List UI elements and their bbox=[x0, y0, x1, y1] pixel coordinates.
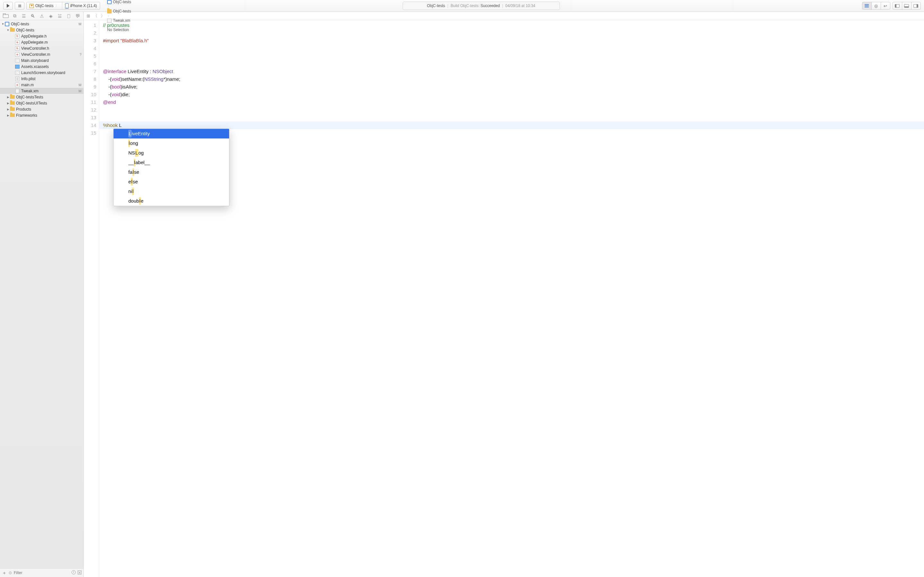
autocomplete-item[interactable]: else bbox=[113, 177, 229, 187]
back-button[interactable]: 〈 bbox=[92, 13, 99, 19]
autocomplete-item[interactable]: __label__ bbox=[113, 158, 229, 167]
report-navigator-tab[interactable]: 💬︎ bbox=[75, 13, 81, 19]
code-line[interactable]: -(bool)isAlive; bbox=[103, 83, 924, 91]
source-control-navigator-tab[interactable]: ⧉ bbox=[12, 13, 18, 19]
standard-editor-button[interactable] bbox=[862, 2, 872, 10]
tree-row[interactable]: ▶ObjC-testsTests bbox=[0, 94, 83, 100]
device-icon bbox=[65, 3, 69, 9]
navigator-filter-bar: ＋ ⊙ bbox=[0, 568, 83, 577]
code-line[interactable] bbox=[103, 29, 924, 37]
toggle-navigator-button[interactable] bbox=[893, 2, 902, 10]
tree-row-label: Info.plist bbox=[21, 77, 81, 81]
jump-bar-label: ObjC-tests bbox=[113, 0, 131, 4]
scm-filter-icon[interactable] bbox=[78, 571, 81, 575]
tree-row-label: ViewController.h bbox=[21, 46, 81, 51]
jump-bar-segment[interactable]: ObjC-tests bbox=[107, 9, 131, 13]
debug-navigator-tab[interactable]: ☱ bbox=[57, 13, 63, 19]
breakpoint-navigator-tab[interactable]: ⎕ bbox=[66, 13, 71, 19]
jump-bar-label: ObjC-tests bbox=[113, 9, 131, 13]
code-line[interactable]: #import "BlaBlaBla.h" bbox=[103, 37, 924, 45]
gutter: 123456789101112131415 bbox=[84, 20, 99, 577]
line-number: 7 bbox=[84, 68, 96, 75]
scheme-selector[interactable]: ObjC-tests 〉 iPhone X (11.4) bbox=[26, 2, 100, 10]
jump-bar-segment[interactable]: ObjC-tests bbox=[107, 0, 131, 4]
code-line[interactable] bbox=[103, 114, 924, 121]
tree-row-label: AppDelegate.h bbox=[21, 34, 81, 39]
project-navigator-tab[interactable] bbox=[3, 13, 9, 19]
tree-row[interactable]: ▶hAppDelegate.h bbox=[0, 33, 83, 39]
disclosure-icon[interactable]: ▶ bbox=[6, 114, 10, 117]
play-icon bbox=[7, 4, 10, 8]
forward-button[interactable]: 〉 bbox=[100, 13, 106, 19]
code-line[interactable]: // pr0crustes bbox=[103, 21, 924, 29]
m-file-icon: m bbox=[15, 40, 19, 45]
assistant-editor-button[interactable]: ◎ bbox=[871, 2, 881, 10]
tree-row[interactable]: ▶Main.storyboard bbox=[0, 57, 83, 63]
disclosure-icon[interactable]: ▶ bbox=[6, 108, 10, 111]
tree-row[interactable]: ▶hViewController.h bbox=[0, 45, 83, 51]
code-line[interactable]: %hook L bbox=[99, 121, 924, 129]
toggle-utilities-button[interactable] bbox=[911, 2, 921, 10]
tree-row[interactable]: ▼ObjC-tests bbox=[0, 27, 83, 33]
tree-row[interactable]: ▶Frameworks bbox=[0, 112, 83, 118]
filter-scope-icon[interactable]: ⊙ bbox=[9, 571, 12, 575]
find-navigator-tab[interactable]: 🔍︎ bbox=[30, 13, 36, 19]
line-number: 2 bbox=[84, 29, 96, 37]
status-time: 04/09/18 at 10:34 bbox=[505, 3, 535, 8]
code-line[interactable]: @end bbox=[103, 98, 924, 106]
run-button[interactable] bbox=[3, 2, 13, 10]
editor: ⊞ 〈 〉 ObjC-tests〉ObjC-tests〉Tweak.xm〉No … bbox=[84, 12, 924, 577]
autocomplete-item[interactable]: LiveEntity bbox=[113, 129, 229, 139]
tree-row[interactable]: ▶mViewController.m? bbox=[0, 51, 83, 57]
symbol-navigator-tab[interactable]: ☰ bbox=[21, 13, 27, 19]
scm-badge: M bbox=[78, 89, 81, 93]
sb-file-icon bbox=[15, 59, 19, 63]
code-line[interactable] bbox=[103, 60, 924, 68]
autocomplete-item[interactable]: double bbox=[113, 196, 229, 206]
tree-row[interactable]: ▶Tweak.xmM bbox=[0, 88, 83, 94]
panel-bottom-icon bbox=[904, 4, 909, 8]
tree-row[interactable]: ▶Products bbox=[0, 106, 83, 112]
filter-input[interactable] bbox=[14, 571, 69, 575]
sb-file-icon bbox=[15, 71, 19, 75]
tree-row[interactable]: ▶LaunchScreen.storyboard bbox=[0, 69, 83, 76]
code-text[interactable]: // pr0crustes #import "BlaBlaBla.h" @int… bbox=[99, 20, 924, 577]
tree-row[interactable]: ▶mmain.mM bbox=[0, 82, 83, 88]
tree-row[interactable]: ▼ObjC-testsM bbox=[0, 21, 83, 27]
code-area[interactable]: 123456789101112131415 // pr0crustes #imp… bbox=[84, 20, 924, 577]
version-editor-button[interactable]: ↩︎ bbox=[881, 2, 890, 10]
fold-file-icon bbox=[10, 28, 15, 32]
disclosure-icon[interactable]: ▼ bbox=[1, 23, 5, 26]
code-line[interactable]: -(void)setName:(NSString*)name; bbox=[103, 75, 924, 83]
autocomplete-item[interactable]: nil bbox=[113, 187, 229, 196]
recent-filter-icon[interactable] bbox=[71, 570, 76, 575]
tree-row[interactable]: ▶Info.plist bbox=[0, 76, 83, 82]
code-line[interactable]: @interface LiveEntity : NSObject bbox=[103, 68, 924, 75]
autocomplete-item[interactable]: NSLog bbox=[113, 148, 229, 158]
related-items-button[interactable]: ⊞ bbox=[86, 13, 91, 18]
scm-badge: M bbox=[78, 83, 81, 87]
tree-row-label: Products bbox=[16, 107, 81, 111]
code-line[interactable] bbox=[103, 52, 924, 60]
issue-navigator-tab[interactable]: ⚠︎ bbox=[39, 13, 45, 19]
disclosure-icon[interactable]: ▶ bbox=[6, 95, 10, 99]
test-navigator-tab[interactable]: ◈ bbox=[48, 13, 53, 19]
disclosure-icon[interactable]: ▼ bbox=[6, 29, 10, 32]
autocomplete-item[interactable]: false bbox=[113, 167, 229, 177]
autocomplete-item[interactable]: long bbox=[113, 139, 229, 148]
tree-row[interactable]: ▶Assets.xcassets bbox=[0, 63, 83, 69]
code-line[interactable]: -(void)die; bbox=[103, 91, 924, 98]
stop-icon bbox=[18, 5, 21, 7]
tree-row[interactable]: ▶mAppDelegate.m bbox=[0, 39, 83, 45]
toggle-debug-button[interactable] bbox=[902, 2, 911, 10]
code-line[interactable] bbox=[103, 106, 924, 114]
code-line[interactable] bbox=[103, 45, 924, 52]
stop-button[interactable] bbox=[15, 2, 24, 10]
disclosure-icon[interactable]: ▶ bbox=[6, 102, 10, 105]
h-file-icon: h bbox=[15, 46, 19, 51]
add-button[interactable]: ＋ bbox=[2, 570, 7, 576]
scheme-target: ObjC-tests bbox=[35, 3, 53, 8]
line-number: 3 bbox=[84, 37, 96, 45]
panel-toggle-group bbox=[893, 2, 921, 10]
tree-row[interactable]: ▶ObjC-testsUITests bbox=[0, 100, 83, 106]
